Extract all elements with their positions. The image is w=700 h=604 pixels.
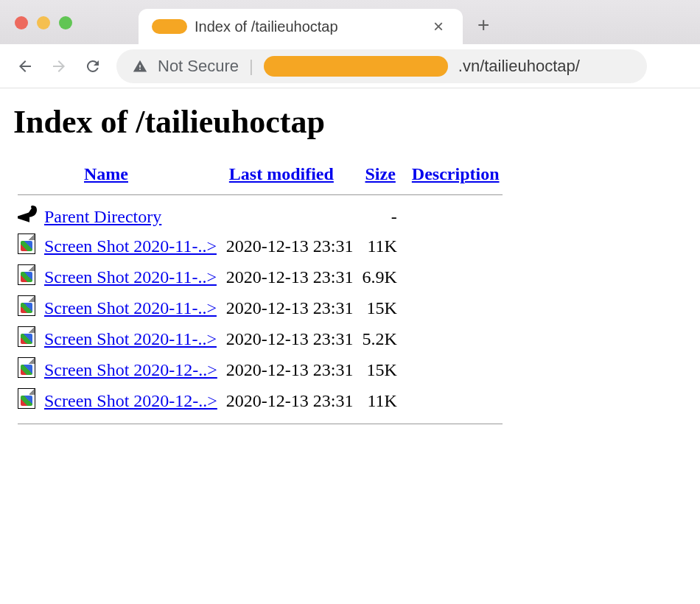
toolbar: Not Secure | .vn/tailieuhoctap/ (0, 44, 700, 88)
parent-size: - (358, 203, 405, 231)
sort-by-description[interactable]: Description (412, 164, 500, 183)
url-host-redacted (264, 56, 448, 77)
table-row: Screen Shot 2020-11-..> 2020-12-13 23:31… (13, 261, 507, 292)
tab-title: Index of /tailieuhoctap (195, 18, 420, 35)
browser-tab[interactable]: Index of /tailieuhoctap × (139, 9, 463, 44)
table-divider (18, 424, 503, 424)
table-row: Screen Shot 2020-12-..> 2020-12-13 23:31… (13, 385, 507, 416)
image-file-icon (18, 326, 35, 347)
file-modified: 2020-12-13 23:31 (222, 231, 358, 261)
not-secure-label: Not Secure (158, 57, 239, 76)
image-file-icon (18, 233, 35, 254)
close-tab-icon[interactable]: × (427, 16, 449, 37)
tab-favicon-redacted (152, 19, 187, 34)
url-path: .vn/tailieuhoctap/ (458, 57, 580, 76)
close-window-button[interactable] (15, 16, 28, 29)
table-divider (18, 194, 503, 195)
file-size: 5.2K (358, 323, 405, 354)
directory-listing-table: Name Last modified Size Description Pare… (13, 161, 507, 432)
back-button[interactable] (15, 56, 35, 77)
sort-by-size[interactable]: Size (365, 164, 396, 183)
minimize-window-button[interactable] (37, 16, 50, 29)
table-row: Screen Shot 2020-11-..> 2020-12-13 23:31… (13, 323, 507, 354)
file-size: 11K (358, 231, 405, 261)
reload-icon (84, 57, 102, 75)
not-secure-icon (133, 59, 147, 74)
sort-by-modified[interactable]: Last modified (229, 164, 334, 183)
forward-button[interactable] (49, 56, 69, 77)
file-link[interactable]: Screen Shot 2020-11-..> (44, 298, 217, 317)
image-file-icon (18, 388, 35, 409)
page-content: Index of /tailieuhoctap Name Last modifi… (0, 88, 700, 446)
file-link[interactable]: Screen Shot 2020-11-..> (44, 329, 217, 348)
address-bar[interactable]: Not Secure | .vn/tailieuhoctap/ (116, 49, 647, 83)
file-link[interactable]: Screen Shot 2020-11-..> (44, 267, 217, 287)
file-modified: 2020-12-13 23:31 (222, 292, 358, 323)
file-size: 11K (358, 385, 405, 416)
image-file-icon (18, 264, 35, 285)
file-modified: 2020-12-13 23:31 (222, 354, 358, 385)
file-size: 15K (358, 354, 405, 385)
maximize-window-button[interactable] (59, 16, 72, 29)
file-size: 6.9K (358, 261, 405, 292)
table-row: Screen Shot 2020-11-..> 2020-12-13 23:31… (13, 231, 507, 261)
file-modified: 2020-12-13 23:31 (222, 261, 358, 292)
image-file-icon (18, 357, 35, 378)
image-file-icon (18, 295, 35, 316)
page-title: Index of /tailieuhoctap (13, 103, 687, 141)
table-row: Screen Shot 2020-11-..> 2020-12-13 23:31… (13, 292, 507, 323)
file-link[interactable]: Screen Shot 2020-12-..> (44, 391, 217, 410)
arrow-left-icon (16, 57, 34, 75)
file-modified: 2020-12-13 23:31 (222, 385, 358, 416)
file-link[interactable]: Screen Shot 2020-11-..> (44, 236, 217, 256)
table-row-parent: Parent Directory - (13, 203, 507, 231)
arrow-right-icon (50, 57, 68, 75)
new-tab-button[interactable]: + (463, 13, 504, 37)
parent-directory-link[interactable]: Parent Directory (44, 207, 161, 226)
parent-directory-icon (18, 206, 35, 223)
reload-button[interactable] (83, 56, 103, 77)
table-row: Screen Shot 2020-12-..> 2020-12-13 23:31… (13, 354, 507, 385)
file-link[interactable]: Screen Shot 2020-12-..> (44, 360, 217, 379)
address-divider: | (249, 57, 253, 76)
window-controls (15, 16, 72, 29)
file-modified: 2020-12-13 23:31 (222, 323, 358, 354)
file-size: 15K (358, 292, 405, 323)
browser-tab-strip: Index of /tailieuhoctap × + (0, 0, 700, 44)
sort-by-name[interactable]: Name (84, 164, 128, 183)
